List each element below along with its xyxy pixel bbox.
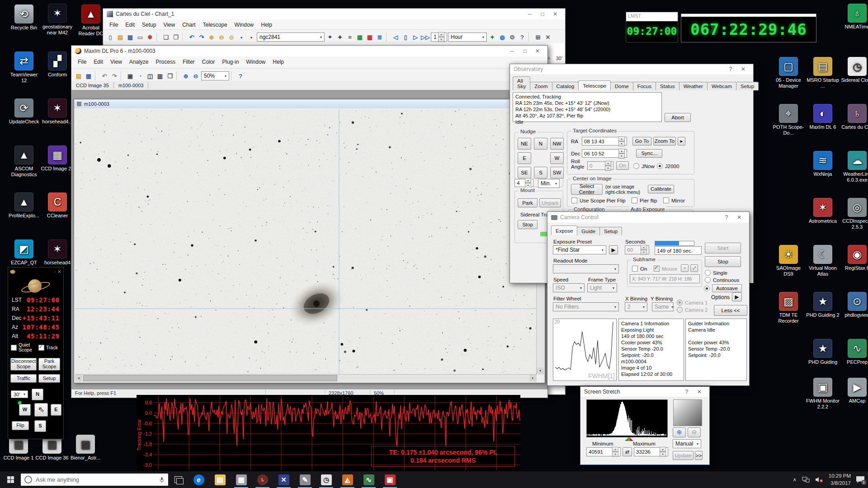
desktop-icon-msro-startup[interactable]: ▤MSRO Startup ... — [806, 57, 840, 89]
chevron-down-icon[interactable]: ▾ — [21, 392, 25, 396]
chevron-down-icon[interactable]: ▾ — [610, 286, 614, 290]
menu-edit[interactable]: Edit — [90, 58, 107, 66]
camera2-radio[interactable]: Camera 2 — [677, 307, 708, 313]
desktop-icon-teamviewer-12[interactable]: ⇄TeamViewer 12 — [7, 52, 41, 84]
more-button[interactable]: >> — [695, 451, 703, 460]
zoom-out-button[interactable]: ⊖ — [688, 427, 701, 437]
image-tab[interactable]: m100-0003 — [114, 82, 149, 89]
desktop-icon-ezcap-qt[interactable]: ◩EZCAP_QT — [7, 239, 41, 266]
desktop-icon-geostationary-near-m42[interactable]: ✶geostationary near M42 — [41, 4, 74, 36]
information-icon[interactable]: ❐ — [165, 71, 175, 80]
rate-spinner[interactable]: ▴▾ — [525, 178, 531, 188]
nudge-e-button[interactable]: E — [518, 152, 531, 164]
desktop-icon-phd-guiding[interactable]: ★PHD Guiding — [806, 339, 840, 365]
stop-tracking-button[interactable]: Stop — [518, 220, 538, 229]
menu-edit[interactable]: Edit — [122, 21, 138, 29]
time-back-icon[interactable]: ◁ — [391, 33, 400, 42]
stop-button[interactable]: Stop — [705, 256, 741, 267]
swap-button[interactable]: ⇄ — [623, 447, 632, 456]
dock-icon[interactable]: ⊞ — [533, 33, 542, 42]
dual-view-icon[interactable]: ◫ — [146, 71, 155, 80]
slew-south-button[interactable]: S — [34, 420, 46, 432]
tab-weather[interactable]: Weather — [679, 82, 708, 90]
menu-file[interactable]: File — [74, 58, 90, 66]
menu-setup[interactable]: Setup — [138, 21, 160, 29]
tab-zoom[interactable]: Zoom — [530, 82, 552, 90]
scope-panel-titlebar[interactable]: ▫ ✕ — [8, 267, 63, 276]
object-search-input[interactable]: ngc2841 ▾ — [257, 33, 325, 42]
calibrate-button[interactable]: Calibrate — [648, 185, 674, 193]
object-list-icon[interactable]: ≡ — [345, 33, 354, 42]
chevron-down-icon[interactable]: ▾ — [640, 305, 645, 309]
time-forward-icon[interactable]: ▷ — [411, 33, 420, 42]
observer-icon[interactable]: ✦ — [488, 33, 497, 42]
star-large-icon[interactable]: • — [247, 33, 256, 42]
redo-icon[interactable]: ↷ — [110, 71, 119, 80]
star-small-icon[interactable]: • — [237, 33, 246, 42]
time-run-icon[interactable]: ▷▷ — [421, 33, 430, 42]
chevron-down-icon[interactable]: ▾ — [317, 35, 322, 39]
traffic-button[interactable]: Traffic — [10, 374, 37, 383]
tab-dome[interactable]: Dome — [610, 82, 633, 90]
chart-settings-icon[interactable]: ✱ — [146, 33, 155, 42]
taskbar-app-cartes-du-ciel[interactable]: ♄ — [252, 471, 273, 488]
undo-icon[interactable]: ↶ — [187, 33, 196, 42]
speaker-muted-icon[interactable] — [815, 477, 823, 483]
taskbar-app-app-gray[interactable]: ▦ — [231, 471, 252, 488]
desktop-icon-fwhm-monitor-2-2-2[interactable]: ▣FWHM Monitor 2.2.2 — [806, 378, 840, 410]
dec-spinner[interactable]: ▴▾ — [618, 149, 625, 159]
unpark-button[interactable]: Unpark — [539, 198, 561, 207]
park-button[interactable]: Park — [518, 198, 538, 207]
close-button[interactable]: ✕ — [733, 214, 745, 221]
save-icon[interactable]: ▦ — [126, 33, 135, 42]
close-button[interactable]: ✕ — [531, 48, 544, 54]
desktop-icon-weatherlink-6-0-3-exe[interactable]: ☁WeatherLink 6.0.3.exe — [840, 151, 868, 183]
autosave-button[interactable]: Autosave — [712, 284, 742, 292]
image-tab[interactable]: CCD Image 35 — [71, 82, 114, 89]
maximize-button[interactable]: □ — [536, 11, 549, 17]
nudge-ne-button[interactable]: NE — [518, 138, 531, 150]
camera-control-titlebar[interactable]: Camera Control ? ✕ — [547, 212, 749, 223]
menu-chart[interactable]: Chart — [179, 21, 199, 29]
maximum-field[interactable]: 33236 ▴▾ — [634, 447, 668, 456]
close-button[interactable]: ✕ — [57, 269, 61, 275]
tab-webcam[interactable]: Webcam — [707, 82, 736, 90]
tab-telescope[interactable]: Telescope — [578, 80, 611, 90]
close-button[interactable]: ✕ — [549, 11, 561, 17]
time-stop-icon[interactable]: ▯ — [401, 33, 410, 42]
zoom-out-icon[interactable]: ⊖ — [191, 71, 200, 80]
open-icon[interactable]: ▤ — [74, 71, 83, 80]
search-binoculars-icon[interactable]: ⌖ — [326, 33, 335, 42]
desktop-icon-pecprep[interactable]: ∿PECPrep — [840, 339, 868, 365]
speed-select[interactable]: ISO▾ — [553, 283, 585, 292]
quiet-scope-checkbox[interactable] — [11, 345, 17, 351]
help-icon[interactable]: ? — [518, 33, 527, 42]
chevron-down-icon[interactable]: ▾ — [612, 267, 616, 271]
x-binning-select[interactable]: 2▾ — [625, 302, 647, 311]
microphone-icon[interactable] — [159, 477, 165, 483]
flip-button[interactable]: Flip — [12, 421, 29, 430]
start-button[interactable] — [0, 471, 21, 488]
object-info-icon[interactable]: ✦ — [335, 33, 344, 42]
print-icon[interactable]: ▭ — [136, 33, 145, 42]
less-button[interactable]: Less << — [714, 305, 747, 316]
desktop-icon-profileexplo[interactable]: ▲ProfileExplo... — [7, 192, 41, 219]
observatory-titlebar[interactable]: Observatory ? ✕ — [510, 64, 753, 74]
chevron-down-icon[interactable]: ▾ — [612, 305, 616, 309]
tab-focus[interactable]: Focus — [633, 82, 656, 90]
histogram[interactable] — [586, 399, 668, 437]
subframe-full-button[interactable]: ⤢ — [690, 264, 698, 272]
target-more-button[interactable]: ▸ — [678, 137, 685, 145]
slew-range-select[interactable]: 30'▾ — [11, 390, 28, 398]
image-window-titlebar[interactable]: m100-0003 ─ ❐ — [74, 99, 545, 108]
menu-color[interactable]: Color — [198, 58, 219, 66]
use-scope-pier-flip-checkbox[interactable]: Use Scope Pier Flip — [571, 197, 626, 203]
zoom-in-button[interactable]: ⊕ — [673, 427, 686, 437]
maximize-button[interactable]: □ — [519, 48, 531, 54]
menu-window[interactable]: Window — [243, 58, 269, 66]
taskbar-app-maxim-dl[interactable]: ✕ — [273, 471, 294, 488]
cartes-titlebar[interactable]: Cartes du Ciel - Chart_1 ─ □ ✕ — [103, 9, 565, 19]
desktop-icon-poth-scope-do[interactable]: ⌖POTH Scope-Do... — [772, 104, 805, 136]
close-button[interactable]: ✕ — [693, 389, 706, 395]
desktop-icon-saoimage-ds9[interactable]: ☀SAOImage DS9 — [772, 245, 805, 277]
